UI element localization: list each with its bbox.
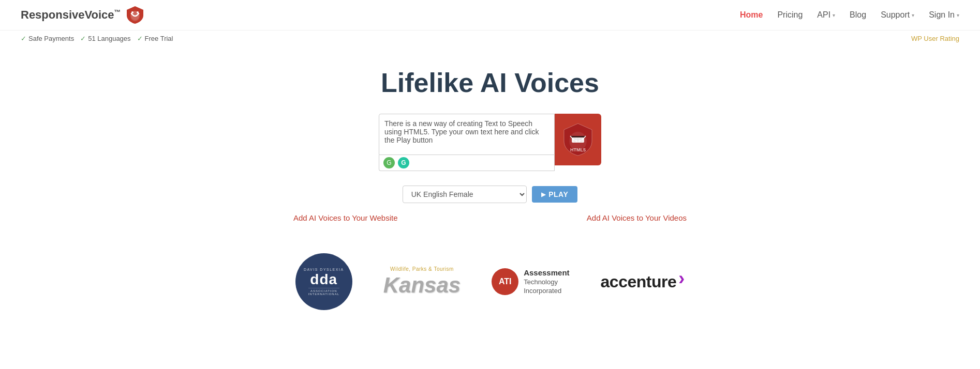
wp-user-rating[interactable]: WP User Rating [911, 35, 959, 42]
ati-badge: ATI [492, 268, 518, 295]
demo-container: There is a new way of creating Text to S… [379, 114, 601, 171]
ati-line3: Incorporated [524, 287, 569, 296]
svg-point-2 [131, 11, 133, 13]
link-add-videos[interactable]: Add AI Voices to Your Videos [587, 213, 687, 222]
svg-point-3 [137, 11, 139, 13]
play-icon: ▶ [541, 191, 546, 198]
kansas-subtitle: Wildlife, Parks & Tourism [390, 266, 454, 272]
sub-header: ✓ Safe Payments ✓ 51 Languages ✓ Free Tr… [0, 30, 980, 47]
nav-pricing[interactable]: Pricing [777, 10, 803, 20]
ati-line1: Assessment [524, 268, 569, 278]
check-icon-1: ✓ [21, 35, 26, 42]
nav-api[interactable]: API ▾ [817, 10, 835, 20]
api-chevron-icon: ▾ [833, 12, 835, 18]
accenture-accent-icon: › [678, 269, 685, 288]
check-icon-3: ✓ [137, 35, 143, 42]
hero-title: Lifelike AI Voices [381, 67, 599, 98]
accenture-text: accenture [601, 272, 677, 291]
header: ResponsiveVoice™ Home Pricing API ▾ Blog… [0, 0, 980, 30]
textarea-toolbar: G G [379, 155, 555, 171]
support-chevron-icon: ▾ [912, 12, 914, 18]
hero-links: Add AI Voices to Your Website Add AI Voi… [288, 213, 692, 222]
signin-chevron-icon: ▾ [957, 12, 959, 18]
ati-line2: Technology [524, 278, 569, 287]
nav-home[interactable]: Home [740, 10, 763, 20]
kansas-main-text: Kansas [383, 273, 461, 298]
logo-shield-icon [125, 5, 145, 25]
ati-text-block: Assessment Technology Incorporated [524, 268, 569, 295]
voice-select[interactable]: UK English Female [403, 186, 527, 203]
brand-badge: HTML5 [555, 114, 601, 165]
kansas-logo: Wildlife, Parks & Tourism Kansas [383, 266, 461, 298]
check-icon-2: ✓ [80, 35, 86, 42]
hero-section: Lifelike AI Voices There is a new way of… [0, 47, 980, 233]
ati-logo: ATI Assessment Technology Incorporated [492, 268, 569, 295]
logo-area[interactable]: ResponsiveVoice™ [21, 5, 145, 25]
logos-section: DAVIS DYSLEXIA dda ASSOCIATION INTERNATI… [0, 233, 980, 320]
nav-blog[interactable]: Blog [850, 10, 866, 20]
demo-textarea[interactable]: There is a new way of creating Text to S… [379, 114, 555, 155]
play-label: PLAY [548, 190, 568, 198]
logo-text: ResponsiveVoice™ [21, 8, 121, 22]
ati-badge-text: ATI [499, 277, 512, 286]
link-add-website[interactable]: Add AI Voices to Your Website [293, 213, 398, 222]
sub-header-left: ✓ Safe Payments ✓ 51 Languages ✓ Free Tr… [21, 35, 177, 42]
badge-shield-icon: HTML5 [560, 121, 596, 158]
main-nav: Home Pricing API ▾ Blog Support ▾ Sign I… [740, 10, 959, 20]
dda-bottom-text: ASSOCIATION INTERNATIONAL [301, 289, 347, 296]
check-free-trial: ✓ Free Trial [137, 35, 173, 42]
textarea-wrapper: There is a new way of creating Text to S… [379, 114, 555, 171]
dda-main-text: dda [310, 271, 337, 288]
play-button[interactable]: ▶ PLAY [532, 186, 578, 203]
dda-top-text: DAVIS DYSLEXIA [304, 268, 344, 271]
nav-support[interactable]: Support ▾ [881, 10, 914, 20]
logo-tm: ™ [114, 8, 121, 16]
check-languages: ✓ 51 Languages [80, 35, 130, 42]
grammarly-icon[interactable]: G [398, 157, 409, 168]
accenture-logo: accenture › [601, 272, 685, 291]
nav-signin[interactable]: Sign In ▾ [929, 10, 959, 20]
dda-logo: DAVIS DYSLEXIA dda ASSOCIATION INTERNATI… [295, 253, 352, 310]
grammar-icon[interactable]: G [383, 157, 395, 168]
demo-controls: UK English Female ▶ PLAY [403, 186, 578, 203]
dda-divider [308, 288, 339, 288]
check-safe-payments: ✓ Safe Payments [21, 35, 74, 42]
svg-text:HTML5: HTML5 [570, 147, 586, 152]
